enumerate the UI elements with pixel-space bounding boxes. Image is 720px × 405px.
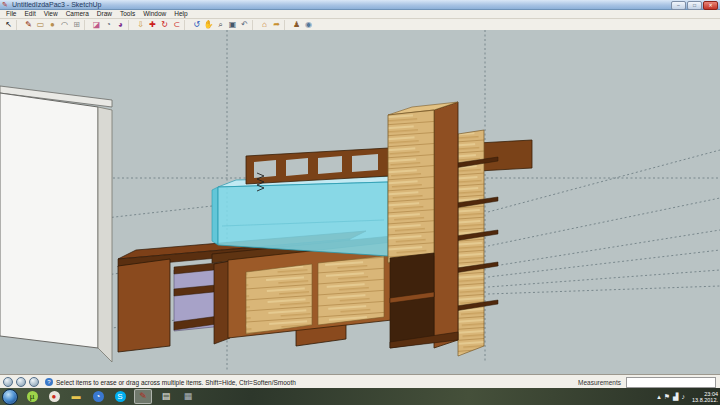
pan-tool-button[interactable]: ✋ [203,20,214,30]
menu-camera[interactable]: Camera [62,10,93,18]
measurements-input[interactable] [626,377,716,388]
status-orb-1[interactable] [3,377,13,387]
minimize-button[interactable]: – [671,1,686,10]
fan-guide-4 [488,250,720,277]
toolbar-separator [252,20,257,30]
cabinet-door-left[interactable] [246,264,312,334]
look-around-button[interactable]: ◉ [303,20,314,30]
network-icon[interactable]: ▟ [673,390,678,404]
shelf-opening-1 [254,160,276,178]
windows-taskbar: µ ● ▬ ◔ S ✎ ▤ ▦ ▴ ⚑ ▟ ♪ 23:04 13.8.2012. [0,388,720,405]
fan-guide-2 [488,198,720,246]
arc-icon: ◠ [59,20,70,30]
orbit-tool-button[interactable]: ↺ [191,20,202,30]
rotate-tool-button[interactable]: ↻ [159,20,170,30]
shelf-opening-2 [286,158,308,176]
arc-tool-button[interactable]: ◠ [59,20,70,30]
door-wall[interactable] [0,86,112,362]
aquarium-front-glass[interactable] [218,182,388,256]
desk-left-panel[interactable] [118,259,170,352]
make-component-button[interactable]: ⊞ [71,20,82,30]
aquarium-left-side [212,187,218,245]
eraser-tool-button[interactable]: ◪ [91,20,102,30]
start-button[interactable] [2,389,18,405]
skype-icon: S [115,391,126,402]
taskbar-wordpad[interactable]: ▤ [158,390,174,403]
taskbar-google-earth[interactable]: ◔ [90,390,106,403]
shelf-opening-3 [318,156,342,174]
toolbar-separator [284,20,289,30]
utorrent-icon: µ [27,391,38,402]
push-pull-button[interactable]: ⇩ [135,20,146,30]
tower-front-face[interactable] [388,110,434,263]
title-bar[interactable]: ✎ UntitledIzdaPac3 - SketchUp – □ ✕ [0,0,720,10]
previous-view-button[interactable]: ↶ [239,20,250,30]
taskbar-clock[interactable]: 23:04 13.8.2012. [688,391,718,403]
taskbar-gray-app[interactable]: ▦ [180,390,196,403]
door-face[interactable] [0,93,98,348]
rectangle-icon: ▭ [35,20,46,30]
line-tool-button[interactable]: ✎ [23,20,34,30]
menu-window[interactable]: Window [139,10,170,18]
maximize-button[interactable]: □ [687,1,702,10]
taskbar-media-app[interactable]: ● [46,390,62,403]
tape-measure-icon: ◔ [103,20,114,30]
menu-edit[interactable]: Edit [20,10,39,18]
cabinet-door-right[interactable] [318,256,384,325]
move-tool-button[interactable]: ✚ [147,20,158,30]
menu-view[interactable]: View [40,10,62,18]
globe-icon: ◔ [93,391,104,402]
status-bar: ? Select items to erase or drag across m… [0,374,720,389]
document-icon: ▤ [162,390,171,403]
window-controls: – □ ✕ [671,1,718,10]
walk-tool-button[interactable]: ♟ [291,20,302,30]
toolbar-separator [16,20,21,30]
select-tool-button[interactable]: ↖ [3,20,14,30]
door-jamb [98,107,112,362]
offset-icon: ⊂ [171,20,182,30]
paint-bucket-button[interactable]: ◕ [115,20,126,30]
volume-icon[interactable]: ♪ [682,390,686,404]
taskbar-utorrent[interactable]: µ [24,390,40,403]
menu-help[interactable]: Help [170,10,191,18]
menu-tools[interactable]: Tools [116,10,139,18]
pencil-icon: ✎ [23,20,34,30]
select-icon: ↖ [3,20,14,30]
model-viewport[interactable] [0,30,720,374]
zoom-tool-button[interactable]: ⌕ [215,20,226,30]
circle-icon: ● [47,20,58,30]
show-hidden-icons-button[interactable]: ▴ [657,390,661,404]
aquarium[interactable] [212,176,406,256]
menu-draw[interactable]: Draw [93,10,116,18]
toolbar-separator [84,20,89,30]
taskbar-sketchup[interactable]: ✎ [134,389,152,404]
rectangle-tool-button[interactable]: ▭ [35,20,46,30]
tape-measure-button[interactable]: ◔ [103,20,114,30]
paint-bucket-icon: ◕ [115,20,126,30]
viewport-scene [0,30,720,374]
offset-tool-button[interactable]: ⊂ [171,20,182,30]
fan-guide-5 [488,270,720,287]
zoom-extents-button[interactable]: ▣ [227,20,238,30]
share-models-button[interactable]: ➦ [271,20,282,30]
action-center-icon[interactable]: ⚑ [664,390,670,404]
get-models-button[interactable]: ⌂ [259,20,270,30]
system-tray: ▴ ⚑ ▟ ♪ 23:04 13.8.2012. [657,390,720,404]
status-orb-3[interactable] [29,377,39,387]
circle-tool-button[interactable]: ● [47,20,58,30]
window-title: UntitledIzdaPac3 - SketchUp [12,0,102,9]
help-icon[interactable]: ? [45,378,53,386]
menu-bar: File Edit View Camera Draw Tools Window … [0,10,720,19]
status-orb-2[interactable] [16,377,26,387]
folder-icon: ▬ [72,390,81,403]
close-button[interactable]: ✕ [703,1,718,10]
rotate-icon: ↻ [159,20,170,30]
move-icon: ✚ [147,20,158,30]
taskbar-skype[interactable]: S [112,390,128,403]
taskbar-explorer[interactable]: ▬ [68,390,84,403]
push-pull-icon: ⇩ [135,20,146,30]
menu-file[interactable]: File [2,10,20,18]
shelf-opening-4 [352,154,378,172]
eraser-icon: ◪ [91,20,102,30]
tall-tower[interactable] [388,102,458,348]
